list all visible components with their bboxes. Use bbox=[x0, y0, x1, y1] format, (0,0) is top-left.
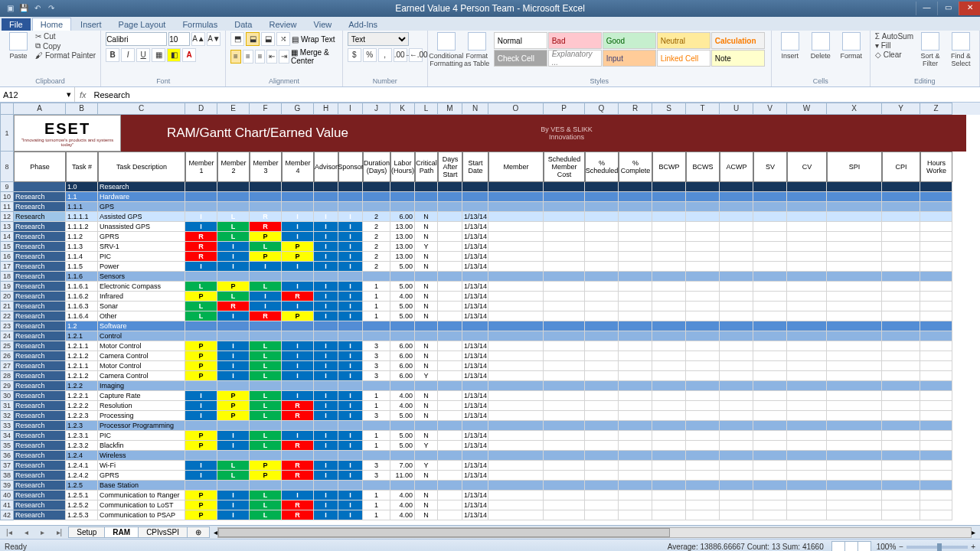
cell-member-3[interactable]: L bbox=[250, 411, 282, 421]
cell-task[interactable]: 1.1.2 bbox=[66, 232, 98, 242]
cell-desc[interactable]: Communication to PSAP bbox=[98, 510, 185, 520]
cell-member-1[interactable]: R bbox=[185, 242, 217, 252]
data-row-13[interactable]: 13Research1.1.1.2Unassisted GPSILRIII213… bbox=[0, 222, 980, 232]
cell-member-3[interactable]: R bbox=[250, 222, 282, 232]
col-header-T[interactable]: T bbox=[686, 103, 720, 115]
cell-member-4[interactable]: R bbox=[282, 500, 314, 510]
cell-task[interactable]: 1.2.3.1 bbox=[66, 431, 98, 441]
cell-desc[interactable]: Processor Programming bbox=[98, 421, 185, 431]
paste-button[interactable]: Paste bbox=[5, 32, 32, 60]
view-buttons[interactable] bbox=[831, 541, 871, 552]
cell-desc[interactable]: Resolution bbox=[98, 401, 185, 411]
cell-task[interactable]: 1.2.1 bbox=[66, 331, 98, 341]
cell-phase[interactable]: Research bbox=[14, 441, 66, 451]
align-middle-icon[interactable]: ⬓ bbox=[246, 32, 260, 46]
cell-member-6[interactable]: I bbox=[338, 212, 363, 222]
cell-member-4[interactable]: I bbox=[282, 491, 314, 500]
cell-desc[interactable]: GPS bbox=[98, 202, 185, 212]
col-header-B[interactable]: B bbox=[66, 103, 98, 115]
cell-member-4[interactable]: I bbox=[282, 361, 314, 371]
sheet-nav-first[interactable]: |◂ bbox=[0, 528, 18, 536]
sheet-nav-prev[interactable]: ◂ bbox=[18, 528, 34, 536]
cell-member-3[interactable]: R bbox=[250, 311, 282, 321]
data-row-37[interactable]: 37Research1.2.4.1Wi-FiILPRII37.00Y1/13/1… bbox=[0, 461, 980, 471]
spreadsheet-grid[interactable]: ABCDEFGHIJKLMNOPQRSTUVWXYZ 1 ESET"Innova… bbox=[0, 103, 980, 525]
cell-task[interactable]: 1.2.1.1 bbox=[66, 341, 98, 351]
cut-button[interactable]: ✂ Cut bbox=[35, 32, 96, 41]
col-header-Q[interactable]: Q bbox=[585, 103, 619, 115]
style-note[interactable]: Note bbox=[711, 50, 765, 67]
sort-filter-button[interactable]: Sort & Filter bbox=[916, 32, 944, 67]
tab-view[interactable]: View bbox=[306, 18, 340, 31]
cell-task[interactable]: 1.1.6.4 bbox=[66, 311, 98, 321]
style-linked-cell[interactable]: Linked Cell bbox=[657, 50, 710, 67]
fill-button[interactable]: ▾ Fill bbox=[875, 41, 913, 50]
cell-desc[interactable]: Wi-Fi bbox=[98, 461, 185, 471]
data-row-35[interactable]: 35Research1.2.3.2BlackfinPILRII15.00Y1/1… bbox=[0, 441, 980, 451]
cell-member-2[interactable]: R bbox=[217, 302, 250, 311]
cell-member-4[interactable]: P bbox=[282, 311, 314, 321]
data-row-17[interactable]: 17Research1.1.5PowerIIIIII25.00N1/13/14 bbox=[0, 262, 980, 272]
cell-desc[interactable]: Hardware bbox=[98, 192, 185, 202]
cell-phase[interactable]: Research bbox=[14, 192, 66, 202]
col-header-C[interactable]: C bbox=[98, 103, 185, 115]
cell-member-6[interactable]: I bbox=[338, 302, 363, 311]
cell-desc[interactable]: Capture Rate bbox=[98, 391, 185, 401]
cell-member-3[interactable]: L bbox=[250, 401, 282, 411]
cell-phase[interactable]: Research bbox=[14, 451, 66, 461]
cell-member-1[interactable]: R bbox=[185, 252, 217, 262]
cell-member-3[interactable]: L bbox=[250, 371, 282, 381]
cell-phase[interactable]: Research bbox=[14, 461, 66, 471]
cell-member-4[interactable]: I bbox=[282, 341, 314, 351]
cell-desc[interactable]: Assisted GPS bbox=[98, 212, 185, 222]
cell-member-4[interactable]: P bbox=[282, 242, 314, 252]
cell-desc[interactable]: Communication to Ranger bbox=[98, 491, 185, 500]
minimize-button[interactable]: — bbox=[916, 2, 937, 15]
cell-member-1[interactable]: I bbox=[185, 461, 217, 471]
cell-member-2[interactable]: L bbox=[217, 222, 250, 232]
data-row-33[interactable]: 33Research1.2.3Processor Programming bbox=[0, 421, 980, 431]
cell-phase[interactable]: Research bbox=[14, 252, 66, 262]
cell-member-1[interactable]: R bbox=[185, 232, 217, 242]
cell-task[interactable]: 1.2.3.2 bbox=[66, 441, 98, 451]
cell-member-6[interactable]: I bbox=[338, 242, 363, 252]
cell-desc[interactable]: Control bbox=[98, 331, 185, 341]
cell-phase[interactable]: Research bbox=[14, 212, 66, 222]
cell-phase[interactable]: Research bbox=[14, 242, 66, 252]
cell-phase[interactable]: Research bbox=[14, 391, 66, 401]
cell-task[interactable]: 1.2.3 bbox=[66, 421, 98, 431]
maximize-button[interactable]: ▭ bbox=[937, 2, 959, 15]
cell-member-6[interactable]: I bbox=[338, 371, 363, 381]
cell-member-6[interactable]: I bbox=[338, 341, 363, 351]
col-header-F[interactable]: F bbox=[250, 103, 282, 115]
col-header-K[interactable]: K bbox=[390, 103, 415, 115]
cell-member-6[interactable]: I bbox=[338, 262, 363, 272]
zoom-control[interactable]: 100% −+ bbox=[877, 543, 975, 551]
cell-member-6[interactable]: I bbox=[338, 510, 363, 520]
cell-member-1[interactable]: I bbox=[185, 391, 217, 401]
cell-phase[interactable]: Research bbox=[14, 500, 66, 510]
cell-desc[interactable]: Other bbox=[98, 311, 185, 321]
percent-icon[interactable]: % bbox=[363, 48, 377, 62]
sheet-nav-next[interactable]: ▸ bbox=[34, 528, 51, 536]
cell-member-1[interactable]: I bbox=[185, 401, 217, 411]
cell-desc[interactable]: Electronic Compass bbox=[98, 282, 185, 292]
cell-desc[interactable]: Camera Control bbox=[98, 351, 185, 361]
cell-member-6[interactable]: I bbox=[338, 252, 363, 262]
tab-insert[interactable]: Insert bbox=[73, 18, 109, 31]
cell-member-6[interactable]: I bbox=[338, 411, 363, 421]
cell-member-5[interactable]: I bbox=[314, 500, 338, 510]
cell-phase[interactable]: Research bbox=[14, 431, 66, 441]
cell-phase[interactable]: Research bbox=[14, 351, 66, 361]
cell-task[interactable]: 1.2.1.1 bbox=[66, 361, 98, 371]
name-box[interactable]: ▾ bbox=[0, 87, 75, 102]
cell-member-5[interactable]: I bbox=[314, 371, 338, 381]
data-row-38[interactable]: 38Research1.2.4.2GPRSILPRII311.00N1/13/1… bbox=[0, 471, 980, 481]
cell-member-2[interactable]: L bbox=[217, 212, 250, 222]
currency-icon[interactable]: $ bbox=[348, 48, 361, 62]
cell-member-5[interactable]: I bbox=[314, 311, 338, 321]
data-row-23[interactable]: 23Research1.2Software bbox=[0, 321, 980, 331]
cell-task[interactable]: 1.1.3 bbox=[66, 242, 98, 252]
data-row-27[interactable]: 27Research1.2.1.1Motor ControlPILIII36.0… bbox=[0, 361, 980, 371]
cell-task[interactable]: 1.2.2.2 bbox=[66, 401, 98, 411]
